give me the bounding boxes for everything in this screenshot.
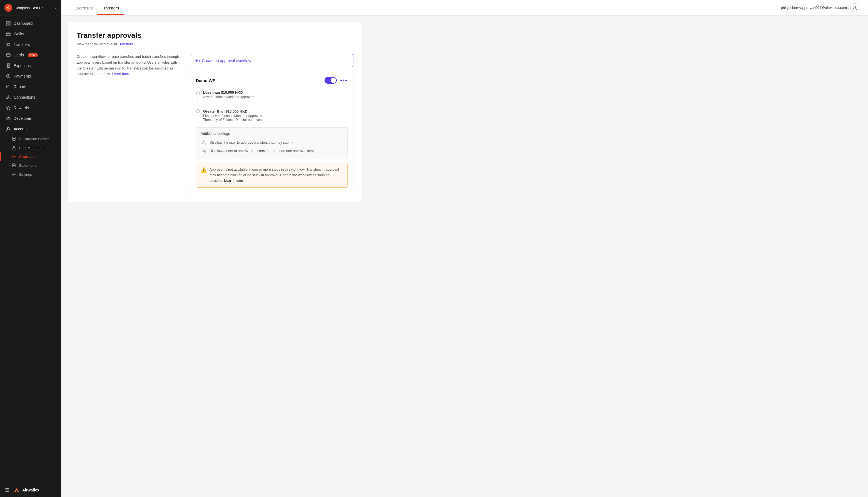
svg-point-17 bbox=[13, 174, 14, 175]
sidebar-footer[interactable]: ☰ Airwallex bbox=[0, 483, 61, 497]
svg-rect-0 bbox=[6, 22, 8, 23]
doc-icon bbox=[12, 137, 16, 141]
hamburger-icon[interactable]: ☰ bbox=[5, 487, 10, 493]
sub-item-label: User Management bbox=[19, 146, 49, 150]
card-body: Create a workflow to route transfers and… bbox=[77, 54, 353, 193]
workflow-toggle[interactable] bbox=[324, 77, 337, 84]
sidebar-item-approvals[interactable]: Approvals bbox=[0, 152, 61, 161]
sub-item-label: Approvals bbox=[19, 155, 37, 159]
sidebar-item-label: Payments bbox=[14, 74, 31, 79]
workflow-header: Demo WF ••• bbox=[196, 77, 348, 84]
sidebar-item-declaration-center[interactable]: Declaration Center bbox=[0, 134, 61, 143]
more-options-button[interactable]: ••• bbox=[340, 77, 348, 84]
svg-point-20 bbox=[203, 149, 204, 151]
transfer-approvals-card: Transfer approvals View pending approval… bbox=[68, 22, 362, 202]
svg-point-8 bbox=[8, 96, 9, 97]
content-area: Transfer approvals View pending approval… bbox=[61, 16, 868, 497]
airwallex-name: Airwallex bbox=[22, 488, 39, 492]
create-workflow-button[interactable]: + + Create an approval workflow bbox=[190, 54, 353, 67]
svg-point-5 bbox=[9, 34, 10, 35]
svg-point-9 bbox=[6, 98, 8, 99]
learn-more-link[interactable]: Learn more bbox=[112, 72, 130, 76]
setting-text-1: Disallow the user to approve transfers t… bbox=[209, 141, 293, 144]
transfers-link[interactable]: Transfers bbox=[118, 42, 133, 46]
sidebar-item-wallet[interactable]: Wallet bbox=[0, 29, 61, 39]
tab-expenses[interactable]: Expenses bbox=[70, 1, 97, 15]
sidebar: C Compass East Co... ⌄ Dashboard bbox=[0, 0, 61, 497]
company-name: Compass East Co... bbox=[14, 6, 52, 10]
sidebar-item-payments[interactable]: Payments bbox=[0, 71, 61, 82]
developer-icon bbox=[6, 116, 11, 121]
sidebar-item-rewards[interactable]: Rewards bbox=[0, 102, 61, 113]
svg-rect-4 bbox=[6, 33, 10, 36]
sidebar-item-account[interactable]: Account bbox=[0, 124, 61, 134]
svg-point-19 bbox=[203, 141, 204, 142]
warning-learn-more-link[interactable]: Learn more bbox=[224, 179, 243, 183]
sub-item-label: Statements bbox=[19, 164, 37, 168]
user-icon bbox=[12, 145, 16, 150]
svg-marker-11 bbox=[6, 106, 10, 110]
topbar: Expenses Transfers philip.chen+approval-… bbox=[61, 0, 868, 16]
rule-dot-2 bbox=[196, 109, 200, 113]
rule-item-2: Greater than $10,000 HKD First, any of F… bbox=[196, 106, 348, 124]
rewards-icon bbox=[6, 105, 11, 110]
sidebar-item-user-management[interactable]: User Management bbox=[0, 143, 61, 152]
sidebar-item-cards[interactable]: Cards New! bbox=[0, 50, 61, 60]
page-title: Transfer approvals bbox=[77, 31, 353, 40]
svg-point-10 bbox=[9, 98, 10, 99]
sidebar-item-settings[interactable]: Settings bbox=[0, 170, 61, 179]
sidebar-item-label: Connections bbox=[14, 95, 35, 100]
company-selector[interactable]: C Compass East Co... ⌄ bbox=[0, 0, 61, 16]
rule-desc-2b: Then, any of Finance Director approves bbox=[203, 118, 262, 122]
settings-icon bbox=[12, 172, 16, 176]
grid-icon bbox=[6, 21, 11, 26]
setting-text-2: Disallow a user to approve transfers in … bbox=[209, 149, 315, 153]
sub-item-label: Declaration Center bbox=[19, 137, 49, 141]
sidebar-item-label: Dashboard bbox=[14, 21, 33, 26]
settings-title: Additional settings bbox=[201, 131, 343, 136]
disallow-multi-step-icon bbox=[201, 148, 207, 154]
cards-badge: New! bbox=[28, 53, 38, 57]
sidebar-item-dashboard[interactable]: Dashboard bbox=[0, 18, 61, 29]
rule-dot-1 bbox=[196, 91, 200, 95]
workflow-name: Demo WF bbox=[196, 78, 215, 83]
card-icon bbox=[6, 53, 11, 58]
svg-rect-1 bbox=[9, 22, 10, 23]
svg-point-12 bbox=[8, 127, 9, 129]
rule-title-1: Less than $10,000 HKD bbox=[203, 90, 254, 95]
sidebar-item-reports[interactable]: Reports bbox=[0, 82, 61, 92]
sidebar-item-label: Wallet bbox=[14, 32, 24, 36]
sidebar-item-statements[interactable]: Statements bbox=[0, 161, 61, 170]
sidebar-item-connections[interactable]: Connections bbox=[0, 92, 61, 102]
connection-icon bbox=[6, 95, 11, 100]
transfer-icon bbox=[6, 42, 11, 47]
topbar-tabs: Expenses Transfers bbox=[70, 1, 124, 15]
sidebar-item-label: Rewards bbox=[14, 105, 29, 110]
card-right-panel: + + Create an approval workflow Demo WF bbox=[190, 54, 353, 193]
workflow-rules: Less than $10,000 HKD Any of Finance Man… bbox=[196, 88, 348, 124]
setting-item-1: Disallow the user to approve transfers t… bbox=[201, 139, 343, 147]
company-logo-icon: C bbox=[4, 4, 12, 12]
rule-text-1: Less than $10,000 HKD Any of Finance Man… bbox=[203, 90, 254, 99]
sub-item-label: Settings bbox=[19, 172, 32, 176]
sidebar-item-developer[interactable]: Developer bbox=[0, 113, 61, 124]
tab-transfers[interactable]: Transfers bbox=[97, 1, 124, 15]
sidebar-item-expenses[interactable]: Expenses bbox=[0, 60, 61, 71]
user-avatar[interactable] bbox=[850, 3, 859, 12]
disallow-submit-icon bbox=[201, 140, 207, 146]
sidebar-item-transfers[interactable]: Transfers bbox=[0, 39, 61, 50]
warning-box: ⚠️ Approver is not available in one or m… bbox=[196, 162, 348, 188]
approve-icon bbox=[12, 154, 16, 159]
workflow-card: Demo WF ••• bbox=[190, 72, 353, 193]
rule-item-1: Less than $10,000 HKD Any of Finance Man… bbox=[196, 88, 348, 106]
sidebar-item-label: Transfers bbox=[14, 42, 30, 47]
svg-point-15 bbox=[13, 155, 16, 158]
setting-item-2: Disallow a user to approve transfers in … bbox=[201, 147, 343, 155]
svg-rect-2 bbox=[6, 24, 8, 25]
rule-desc-2a: First, any of Finance Manager approves bbox=[203, 114, 262, 118]
payment-icon bbox=[6, 74, 11, 79]
wallet-icon bbox=[6, 31, 11, 37]
toggle-knob bbox=[331, 77, 336, 83]
receipt-icon bbox=[6, 63, 11, 68]
sidebar-item-label: Cards bbox=[14, 53, 24, 57]
